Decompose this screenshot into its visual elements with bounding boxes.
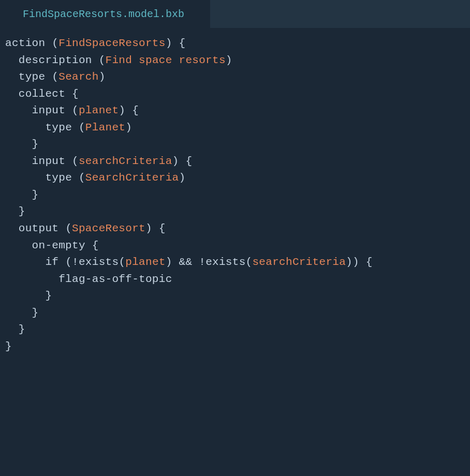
keyword-on-empty: on-empty bbox=[32, 240, 85, 251]
operator-not: ! bbox=[72, 256, 79, 268]
operator-not: ! bbox=[199, 256, 205, 268]
keyword-description: description bbox=[19, 54, 92, 66]
code-line: collect { bbox=[5, 86, 465, 103]
keyword-type: type bbox=[45, 172, 72, 184]
operator-and: && bbox=[179, 256, 193, 268]
tab-bar-empty bbox=[210, 0, 470, 28]
code-editor[interactable]: action (FindSpaceResorts) { description … bbox=[0, 28, 470, 360]
code-line: } bbox=[5, 305, 465, 322]
keyword-exists: exists bbox=[79, 256, 119, 268]
input-planet: planet bbox=[79, 105, 119, 116]
keyword-exists: exists bbox=[205, 256, 245, 268]
type-search-criteria: SearchCriteria bbox=[85, 172, 179, 184]
code-line: action (FindSpaceResorts) { bbox=[5, 35, 465, 52]
code-line: } bbox=[5, 187, 465, 204]
ref-planet: planet bbox=[125, 256, 165, 268]
type-search: Search bbox=[58, 71, 98, 83]
code-line: } bbox=[5, 321, 465, 338]
code-line: } bbox=[5, 288, 465, 305]
code-line: type (Search) bbox=[5, 69, 465, 86]
keyword-type: type bbox=[45, 122, 72, 133]
tab-filename: FindSpaceResorts.model.bxb bbox=[23, 6, 184, 22]
code-line: } bbox=[5, 136, 465, 153]
code-line: } bbox=[5, 338, 465, 355]
type-planet: Planet bbox=[85, 122, 125, 133]
code-line: input (planet) { bbox=[5, 102, 465, 120]
keyword-action: action bbox=[5, 37, 45, 49]
code-line: on-empty { bbox=[5, 237, 465, 255]
code-line: input (searchCriteria) { bbox=[5, 153, 465, 170]
keyword-output: output bbox=[19, 222, 58, 234]
action-name: FindSpaceResorts bbox=[58, 37, 165, 49]
keyword-type: type bbox=[19, 71, 46, 83]
keyword-input: input bbox=[32, 155, 66, 167]
code-line: } bbox=[5, 203, 465, 220]
code-line: description (Find space resorts) bbox=[5, 52, 465, 69]
description-text: Find space resorts bbox=[106, 54, 226, 66]
tab-active[interactable]: FindSpaceResorts.model.bxb bbox=[0, 0, 210, 28]
keyword-if: if bbox=[45, 256, 58, 268]
code-line: flag-as-off-topic bbox=[5, 271, 465, 288]
keyword-flag-off-topic: flag-as-off-topic bbox=[58, 273, 172, 285]
code-line: type (Planet) bbox=[5, 120, 465, 137]
tab-bar: FindSpaceResorts.model.bxb bbox=[0, 0, 470, 28]
input-search-criteria: searchCriteria bbox=[79, 155, 172, 167]
ref-search-criteria: searchCriteria bbox=[252, 256, 346, 268]
keyword-input: input bbox=[32, 105, 66, 116]
output-space-resort: SpaceResort bbox=[72, 222, 145, 234]
keyword-collect: collect bbox=[19, 88, 65, 100]
code-line: output (SpaceResort) { bbox=[5, 220, 465, 237]
code-line: if (!exists(planet) && !exists(searchCri… bbox=[5, 254, 465, 271]
code-line: type (SearchCriteria) bbox=[5, 170, 465, 187]
